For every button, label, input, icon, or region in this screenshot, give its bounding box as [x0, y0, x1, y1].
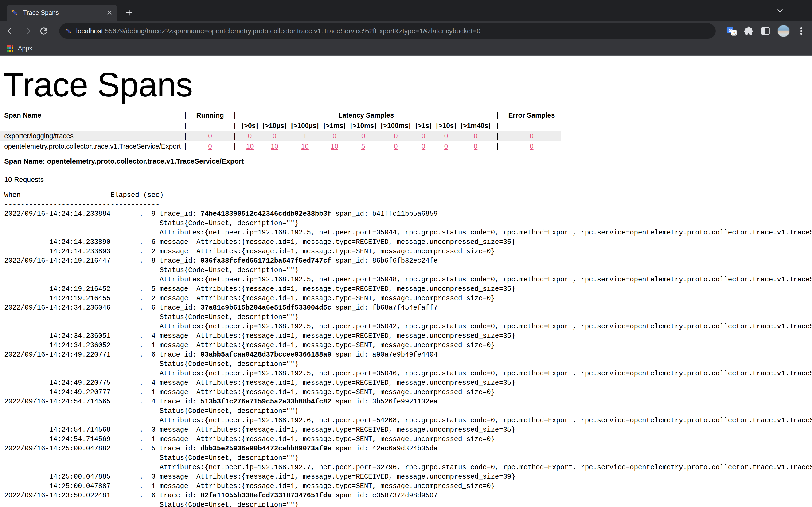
trace-start-line: 2022/09/16-14:24:19.216447 . 8 trace_id:… [4, 256, 812, 266]
latency-count-link[interactable]: 0 [444, 143, 448, 150]
tab-strip: Trace Spans [0, 0, 812, 21]
summary-bucket-row: | | [>0s] [>10µs] [>100µs] [>1ms] [>10ms… [0, 121, 561, 131]
selected-span-name: Span Name: opentelemetry.proto.collector… [4, 157, 812, 165]
apps-grid-icon[interactable] [7, 45, 14, 52]
forward-icon[interactable] [21, 25, 33, 37]
separator: | [493, 131, 502, 141]
browser-window: Trace Spans [0, 0, 812, 507]
latency-count-link[interactable]: 0 [474, 132, 477, 139]
trace-event-line: 14:24:14.233893 . 2 message Attributes:{… [4, 247, 812, 256]
side-panel-icon[interactable] [760, 25, 771, 37]
trace-event-line: 14:24:49.220777 . 1 message Attributes:{… [4, 388, 812, 397]
tab-search-chevron-icon[interactable] [775, 6, 785, 16]
latency-count-link[interactable]: 10 [301, 143, 309, 150]
latency-count-link[interactable]: 0 [444, 132, 448, 139]
site-telescope-icon [65, 27, 72, 35]
latency-bucket-label: [>100ms] [378, 121, 413, 131]
separator: | [181, 131, 190, 141]
separator: | [493, 110, 502, 121]
requests-log: WhenElapsed (sec) ----------------------… [4, 190, 812, 507]
error-count-link[interactable]: 0 [529, 143, 534, 150]
trace-attributes-line: Attributes:{net.peer.ip=192.168.192.5, n… [4, 369, 812, 378]
trace-id: 37a81c9b615b204a6e515df533004d5c [200, 304, 331, 312]
latency-summary-table: Span Name | Running | Latency Samples | … [0, 110, 561, 152]
trace-event-line: 14:24:14.233890 . 6 message Attributes:{… [4, 237, 812, 247]
summary-row-traceservice-export: opentelemetry.proto.collector.trace.v1.T… [0, 141, 561, 152]
separator: | [230, 141, 240, 152]
extensions-puzzle-icon[interactable] [743, 25, 754, 37]
back-icon[interactable] [5, 25, 16, 37]
trace-event-line: 14:25:00.047887 . 1 message Attributes:{… [4, 482, 812, 491]
span-name-cell: exporter/logging/traces [0, 131, 181, 141]
page-title: Trace Spans [3, 66, 812, 104]
elapsed-label: Elapsed (sec) [110, 191, 163, 199]
separator: | [230, 121, 240, 131]
latency-count-link[interactable]: 0 [333, 132, 337, 139]
latency-count-link[interactable]: 10 [331, 143, 338, 150]
browser-toolbar: localhost:55679/debug/tracez?zspanname=o… [0, 21, 812, 41]
latency-count-link[interactable]: 0 [394, 132, 398, 139]
menu-dots-icon[interactable] [796, 25, 807, 37]
error-count-link[interactable]: 0 [529, 132, 534, 139]
trace-status-line: Status{Code=Unset, description=""} [4, 313, 812, 322]
trace-attributes-line: Attributes:{net.peer.ip=192.168.192.5, n… [4, 322, 812, 331]
latency-bucket-label: [>0s] [240, 121, 260, 131]
separator: | [230, 131, 240, 141]
log-header-line: WhenElapsed (sec) [4, 190, 812, 200]
trace-attributes-line: Attributes:{net.peer.ip=192.168.192.5, n… [4, 228, 812, 237]
col-span-name: Span Name [0, 110, 181, 121]
svg-text:文: 文 [732, 31, 736, 35]
latency-bucket-label: [>1m40s] [458, 121, 493, 131]
latency-count-link[interactable]: 10 [246, 143, 254, 150]
latency-count-link[interactable]: 0 [361, 132, 365, 139]
trace-attributes-line: Attributes:{net.peer.ip=192.168.192.6, n… [4, 416, 812, 425]
trace-event-line: 14:24:49.220775 . 4 message Attributes:{… [4, 378, 812, 388]
latency-count-link[interactable]: 0 [248, 132, 252, 139]
bookmark-apps-label[interactable]: Apps [18, 45, 33, 52]
address-bar[interactable]: localhost:55679/debug/tracez?zspanname=o… [59, 23, 716, 39]
new-tab-button[interactable] [123, 6, 136, 19]
latency-count-link[interactable]: 0 [474, 143, 477, 150]
reload-icon[interactable] [38, 25, 49, 37]
running-count-link[interactable]: 0 [208, 143, 212, 150]
trace-id: dbb35e25936a90b4472cabb89073af9e [200, 445, 331, 453]
summary-header-row: Span Name | Running | Latency Samples | … [0, 110, 561, 121]
requests-count: 10 Requests [4, 176, 812, 183]
running-count-link[interactable]: 0 [208, 132, 212, 139]
latency-count-link[interactable]: 5 [361, 143, 365, 150]
trace-attributes-line: Attributes:{net.peer.ip=192.168.192.7, n… [4, 463, 812, 472]
trace-id: 936fa38fcfed661712ba547f5ed747cf [200, 257, 331, 265]
latency-count-link[interactable]: 0 [394, 143, 398, 150]
separator: | [181, 141, 190, 152]
tab-trace-spans[interactable]: Trace Spans [7, 5, 117, 21]
profile-avatar[interactable] [777, 25, 790, 37]
latency-count-link[interactable]: 0 [421, 143, 425, 150]
trace-status-line: Status{Code=Unset, description=""} [4, 219, 812, 228]
log-divider: -------------------------------------- [4, 200, 812, 209]
trace-event-line: 14:24:54.714569 . 1 message Attributes:{… [4, 435, 812, 444]
span-name-cell: opentelemetry.proto.collector.trace.v1.T… [0, 141, 181, 152]
latency-count-link[interactable]: 0 [272, 132, 276, 139]
summary-row-exporter-logging-traces: exporter/logging/traces | 0 | 0 0 1 0 0 … [0, 131, 561, 141]
trace-start-line: 2022/09/16-14:24:14.233884 . 9 trace_id:… [4, 209, 812, 219]
trace-status-line: Status{Code=Unset, description=""} [4, 266, 812, 275]
col-running: Running [190, 110, 230, 121]
latency-bucket-label: [>1ms] [321, 121, 348, 131]
translate-icon[interactable]: G 文 [726, 25, 737, 37]
trace-start-line: 2022/09/16-14:24:34.236046 . 6 trace_id:… [4, 303, 812, 313]
latency-bucket-label: [>10µs] [260, 121, 289, 131]
bookmarks-bar: Apps [0, 41, 812, 56]
tab-title: Trace Spans [23, 9, 106, 16]
trace-id: 93abb5afcaa0428d37bccee9366188a9 [200, 351, 331, 359]
trace-event-line: 14:24:34.236052 . 1 message Attributes:{… [4, 341, 812, 350]
separator: | [181, 110, 190, 121]
latency-count-link[interactable]: 1 [303, 132, 307, 139]
latency-count-link[interactable]: 0 [421, 132, 425, 139]
latency-count-link[interactable]: 10 [271, 143, 278, 150]
trace-status-line: Status{Code=Unset, description=""} [4, 359, 812, 369]
trace-id: 74be418390512c42346cddb02e38bb3f [200, 210, 331, 218]
trace-attributes-line: Attributes:{net.peer.ip=192.168.192.5, n… [4, 275, 812, 284]
trace-start-line: 2022/09/16-14:24:54.714565 . 4 trace_id:… [4, 397, 812, 406]
tab-close-icon[interactable] [106, 9, 113, 16]
col-latency-samples: Latency Samples [240, 110, 493, 121]
